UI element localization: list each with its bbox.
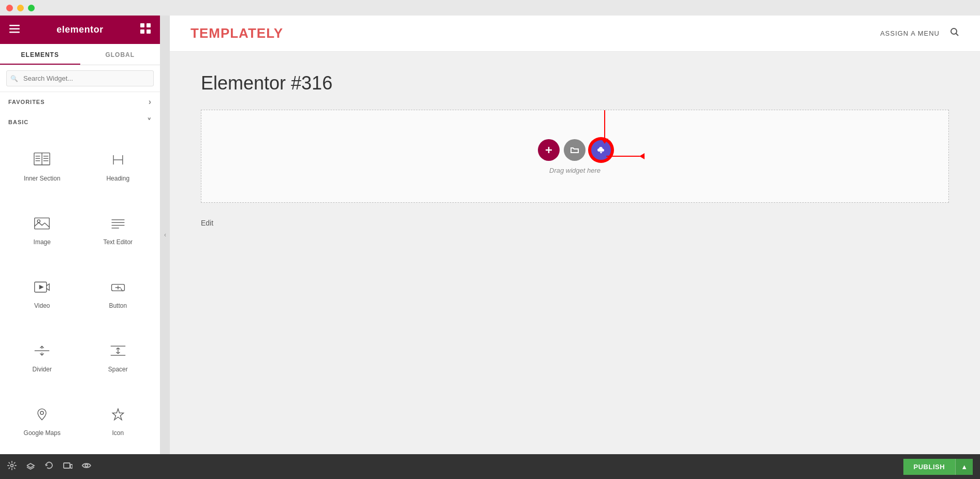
- svg-rect-4: [147, 23, 151, 27]
- nav-logo: TEMPLATELY: [191, 25, 283, 41]
- widget-text-editor-label: Text Editor: [103, 238, 133, 246]
- edit-section: Edit: [201, 218, 949, 228]
- arrow-annotation: [601, 110, 608, 144]
- toolbar-left: [7, 461, 91, 473]
- svg-rect-3: [140, 23, 144, 27]
- drop-zone[interactable]: Drag widget here: [201, 110, 949, 203]
- edit-link[interactable]: Edit: [201, 219, 213, 227]
- svg-rect-18: [35, 218, 49, 229]
- widget-divider[interactable]: Divider: [4, 325, 80, 388]
- widget-inner-section-label: Inner Section: [24, 175, 61, 182]
- svg-point-42: [11, 464, 13, 467]
- bottom-toolbar: PUBLISH ▲: [0, 454, 980, 479]
- widget-button-label: Button: [109, 302, 127, 309]
- maximize-button[interactable]: [28, 5, 35, 11]
- close-button[interactable]: [6, 5, 13, 11]
- templates-button[interactable]: [564, 139, 586, 161]
- svg-rect-5: [140, 29, 144, 34]
- widget-icon-label: Icon: [112, 429, 124, 437]
- svg-rect-6: [147, 29, 151, 34]
- nav-menu-link[interactable]: ASSIGN A MENU: [880, 29, 940, 37]
- video-icon: [34, 279, 50, 298]
- drop-label: Drag widget here: [549, 167, 601, 174]
- svg-point-37: [951, 28, 957, 34]
- basic-arrow-icon: ˅: [147, 117, 152, 127]
- publish-group: PUBLISH ▲: [903, 459, 973, 475]
- heading-icon: [110, 152, 126, 171]
- widgets-grid: Inner Section Heading: [0, 132, 160, 454]
- widget-google-maps[interactable]: Google Maps: [4, 388, 80, 452]
- sidebar-tabs: ELEMENTS GLOBAL: [0, 44, 160, 65]
- canvas-area: TEMPLATELY ASSIGN A MENU Elementor #316: [170, 16, 980, 454]
- icon-icon: [110, 406, 126, 425]
- svg-marker-36: [112, 409, 123, 420]
- horizontal-arrow-annotation: [606, 153, 645, 159]
- favorites-arrow-icon: ›: [149, 97, 152, 107]
- svg-marker-25: [39, 285, 44, 290]
- widget-heading-label: Heading: [106, 175, 129, 182]
- tab-elements[interactable]: ELEMENTS: [0, 44, 80, 65]
- svg-rect-43: [64, 463, 70, 468]
- basic-section[interactable]: BASIC ˅: [0, 112, 160, 132]
- inner-section-icon: [34, 152, 50, 171]
- svg-rect-2: [9, 32, 20, 33]
- widget-spacer[interactable]: Spacer: [80, 325, 156, 388]
- elementor-logo: elementor: [56, 24, 104, 35]
- basic-label: BASIC: [8, 119, 28, 125]
- nav-search-icon[interactable]: [950, 27, 959, 39]
- responsive-icon[interactable]: [63, 461, 72, 473]
- add-element-button[interactable]: [538, 139, 560, 161]
- widget-inner-section[interactable]: Inner Section: [4, 134, 80, 198]
- layers-icon[interactable]: [26, 461, 35, 473]
- widget-button[interactable]: Button: [80, 261, 156, 325]
- title-bar: [0, 0, 980, 16]
- widget-image[interactable]: Image: [4, 198, 80, 261]
- publish-arrow-button[interactable]: ▲: [955, 459, 973, 475]
- svg-rect-0: [9, 25, 20, 26]
- minimize-button[interactable]: [17, 5, 24, 11]
- publish-button[interactable]: PUBLISH: [903, 459, 956, 475]
- widget-spacer-label: Spacer: [108, 366, 128, 373]
- arrow-head: [601, 139, 608, 144]
- svg-line-38: [956, 34, 959, 36]
- svg-rect-44: [70, 465, 72, 468]
- widget-image-label: Image: [34, 238, 51, 246]
- search-input[interactable]: [6, 70, 154, 86]
- svg-rect-1: [9, 28, 20, 30]
- widget-video-label: Video: [34, 302, 50, 309]
- svg-point-45: [85, 464, 88, 467]
- grid-icon[interactable]: [140, 23, 151, 36]
- widget-video[interactable]: Video: [4, 261, 80, 325]
- favorites-section[interactable]: FAVORITES ›: [0, 92, 160, 112]
- widget-divider-label: Divider: [33, 366, 52, 373]
- history-icon[interactable]: [45, 461, 54, 473]
- tab-global[interactable]: GLOBAL: [80, 44, 160, 65]
- sidebar-collapse-handle[interactable]: ‹: [160, 16, 170, 454]
- sidebar: elementor ELEMENTS GLOBAL FAVORITES: [0, 16, 160, 454]
- page-title: Elementor #316: [201, 72, 949, 94]
- widget-text-editor[interactable]: Text Editor: [80, 198, 156, 261]
- page-content: Elementor #316: [170, 52, 980, 454]
- image-icon: [34, 215, 50, 234]
- nav-right: ASSIGN A MENU: [880, 27, 959, 39]
- collapse-arrow-icon: ‹: [164, 231, 166, 238]
- hamburger-icon[interactable]: [9, 24, 20, 36]
- settings-icon[interactable]: [7, 461, 17, 473]
- nav-bar: TEMPLATELY ASSIGN A MENU: [170, 16, 980, 52]
- google-maps-icon: [34, 406, 50, 425]
- widget-google-maps-label: Google Maps: [24, 429, 61, 437]
- button-icon: [110, 279, 126, 298]
- widget-icon[interactable]: Icon: [80, 388, 156, 452]
- widget-heading[interactable]: Heading: [80, 134, 156, 198]
- eye-icon[interactable]: [82, 461, 91, 473]
- search-box: [0, 65, 160, 92]
- sidebar-header: elementor: [0, 16, 160, 44]
- arrow-vertical-line: [604, 110, 605, 139]
- spacer-icon: [110, 342, 126, 362]
- favorites-label: FAVORITES: [8, 99, 45, 105]
- text-editor-icon: [110, 215, 126, 234]
- svg-point-35: [40, 411, 43, 414]
- arrow-horizontal-head: [639, 153, 645, 159]
- divider-icon: [34, 342, 50, 362]
- arrow-horizontal-line: [606, 156, 640, 157]
